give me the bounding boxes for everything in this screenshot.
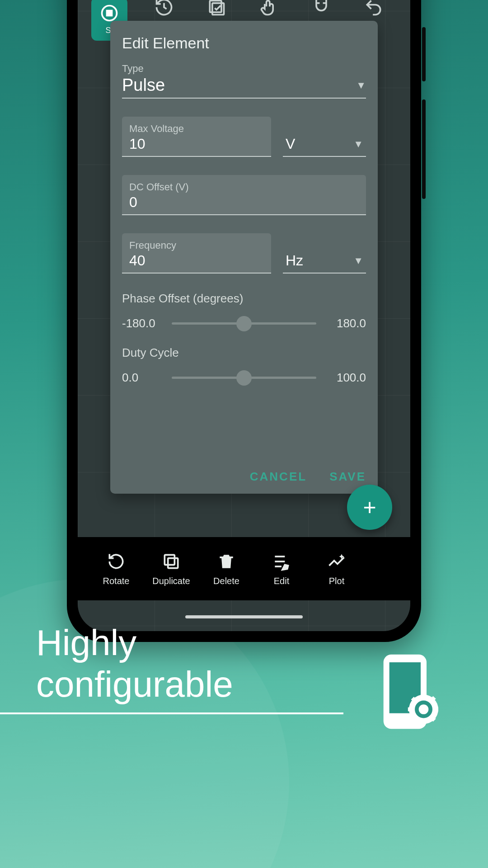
svg-rect-14	[422, 693, 426, 699]
phase-offset-label: Phase Offset (degrees)	[122, 292, 366, 306]
top-tool-touch[interactable]	[253, 0, 285, 17]
dialog-title: Edit Element	[122, 34, 366, 52]
svg-rect-17	[433, 708, 438, 712]
duty-min: 0.0	[122, 371, 161, 385]
dc-offset-label: DC Offset (V)	[129, 181, 359, 193]
nav-label: Plot	[329, 576, 344, 586]
phone-screen: St Edit Element Type Pulse	[78, 0, 410, 631]
phone-frame: St Edit Element Type Pulse	[67, 0, 421, 642]
undo-icon	[364, 0, 384, 17]
duplicate-icon	[161, 552, 181, 571]
promo-underline	[0, 712, 343, 714]
svg-rect-6	[168, 558, 178, 568]
phase-min: -180.0	[122, 316, 161, 330]
rotate-icon	[106, 552, 126, 571]
svg-rect-1	[107, 10, 112, 15]
save-button[interactable]: SAVE	[329, 470, 366, 484]
promo-phone-settings-icon	[380, 651, 438, 732]
slider-thumb[interactable]	[236, 370, 252, 386]
max-voltage-field[interactable]: Max Voltage 10	[122, 117, 271, 157]
home-indicator	[185, 615, 303, 618]
nav-label: Delete	[213, 576, 239, 586]
top-tool-history[interactable]	[148, 0, 180, 17]
nav-duplicate[interactable]: Duplicate	[146, 552, 196, 586]
magnet-icon	[311, 0, 331, 17]
frequency-unit-select[interactable]: Hz ▼	[283, 252, 366, 274]
checklist-icon	[206, 0, 226, 17]
stop-icon	[99, 3, 119, 23]
edit-icon	[272, 552, 291, 571]
type-select[interactable]: Pulse ▼	[122, 75, 366, 99]
max-voltage-label: Max Voltage	[129, 123, 264, 135]
plus-icon: +	[363, 494, 376, 520]
dc-offset-field[interactable]: DC Offset (V) 0	[122, 175, 366, 215]
frequency-value: 40	[129, 252, 264, 269]
svg-rect-16	[408, 708, 414, 712]
frequency-unit: Hz	[286, 252, 303, 269]
chevron-down-icon: ▼	[353, 255, 363, 267]
touch-icon	[259, 0, 279, 17]
top-tool-magnet[interactable]	[305, 0, 337, 17]
svg-rect-15	[422, 719, 426, 725]
duty-max: 100.0	[327, 371, 366, 385]
max-voltage-value: 10	[129, 136, 264, 152]
top-tool-checklist[interactable]	[201, 0, 232, 17]
nav-label: Rotate	[103, 576, 130, 586]
promo-tagline: Highly configurable	[0, 622, 343, 705]
frequency-label: Frequency	[129, 240, 264, 251]
duty-cycle-slider[interactable]	[172, 377, 316, 379]
phase-offset-slider[interactable]	[172, 322, 316, 325]
frequency-field[interactable]: Frequency 40	[122, 233, 271, 274]
nav-edit[interactable]: Edit	[257, 552, 306, 586]
max-voltage-unit: V	[286, 136, 295, 152]
type-label: Type	[122, 63, 366, 75]
delete-icon	[216, 552, 236, 571]
edit-element-dialog: Edit Element Type Pulse ▼ Max Voltage 10…	[110, 21, 378, 494]
history-icon	[154, 0, 174, 17]
plot-icon	[327, 552, 347, 571]
add-button[interactable]: +	[347, 485, 392, 530]
dc-offset-value: 0	[129, 194, 359, 211]
nav-rotate[interactable]: Rotate	[91, 552, 141, 586]
duty-cycle-slider-row: 0.0 100.0	[122, 371, 366, 385]
svg-rect-7	[164, 555, 174, 565]
nav-label: Edit	[274, 576, 289, 586]
nav-plot[interactable]: Plot	[312, 552, 361, 586]
phase-offset-slider-row: -180.0 180.0	[122, 316, 366, 330]
nav-delete[interactable]: Delete	[202, 552, 251, 586]
slider-thumb[interactable]	[236, 316, 252, 331]
chevron-down-icon: ▼	[356, 80, 366, 91]
duty-cycle-label: Duty Cycle	[122, 346, 366, 360]
nav-label: Duplicate	[152, 576, 190, 586]
phase-max: 180.0	[327, 316, 366, 330]
type-value: Pulse	[122, 75, 165, 95]
top-tool-undo[interactable]	[358, 0, 389, 17]
dialog-actions: CANCEL SAVE	[250, 470, 366, 484]
cancel-button[interactable]: CANCEL	[250, 470, 307, 484]
bottom-nav: Rotate Duplicate Delete Edit Plot	[78, 537, 410, 600]
max-voltage-unit-select[interactable]: V ▼	[283, 136, 366, 157]
chevron-down-icon: ▼	[353, 138, 363, 150]
